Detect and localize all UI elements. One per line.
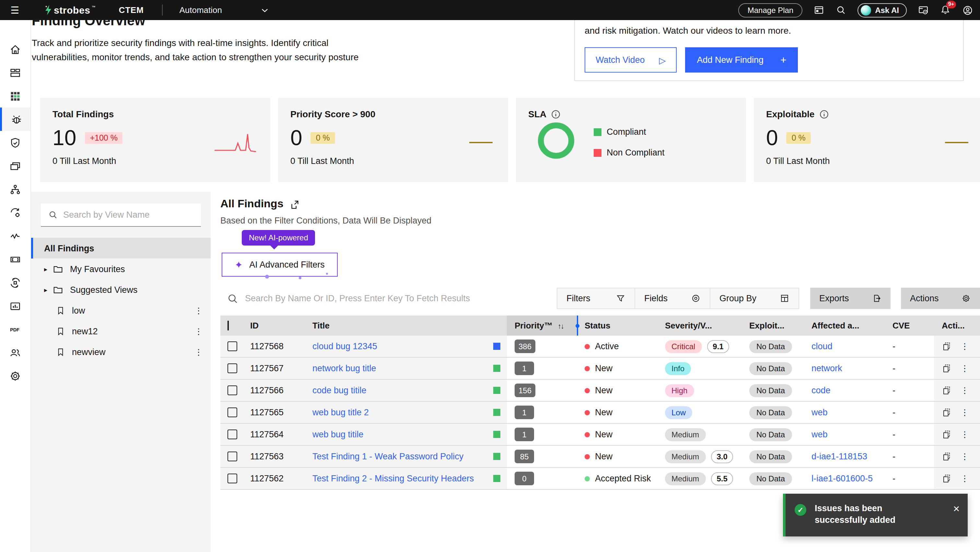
sidebar-item-bug[interactable] (0, 108, 30, 131)
panel-icon[interactable] (813, 5, 824, 16)
search-icon[interactable] (835, 5, 846, 16)
view-item[interactable]: new12 ⋮ (31, 321, 211, 341)
toast-close-icon[interactable]: ✕ (953, 504, 960, 536)
view-search-input[interactable] (63, 210, 193, 220)
copy-button[interactable] (942, 408, 951, 417)
ask-ai-button[interactable]: Ask AI (858, 3, 907, 17)
folder-item[interactable]: ▸ Suggested Views (31, 279, 211, 300)
col-severity[interactable]: Severity/V... (657, 321, 741, 330)
sidebar-item-users[interactable] (0, 341, 30, 364)
info-icon[interactable] (819, 109, 829, 119)
finding-title-link[interactable]: web bug titile (312, 430, 364, 439)
affected-asset-link[interactable]: web (811, 408, 828, 417)
affected-asset-link[interactable]: l-iae1-601600-5 (811, 474, 873, 483)
sort-icon[interactable]: ↑↓ (558, 322, 563, 330)
folder-item[interactable]: ▸ My Favourites (31, 259, 211, 279)
kebab-menu-icon[interactable]: ⋮ (194, 306, 203, 315)
sidebar-item-automation-sync[interactable] (0, 201, 30, 224)
expand-icon[interactable] (290, 199, 300, 209)
copy-button[interactable] (942, 363, 951, 373)
copy-button[interactable] (942, 385, 951, 395)
actions-button[interactable]: Actions (901, 288, 980, 309)
view-item[interactable]: newview ⋮ (31, 341, 211, 362)
sidebar-item-home[interactable] (0, 38, 30, 61)
sidebar-item-hierarchy[interactable] (0, 178, 30, 201)
sidebar-item-pdf[interactable]: PDF (0, 317, 30, 341)
filters-button[interactable]: Filters (557, 288, 635, 309)
view-item-all-findings[interactable]: All Findings (31, 238, 211, 259)
row-checkbox[interactable] (228, 408, 237, 417)
row-kebab-menu[interactable]: ⋮ (961, 474, 969, 483)
kebab-menu-icon[interactable]: ⋮ (194, 347, 203, 357)
exports-button[interactable]: Exports (810, 288, 891, 309)
ai-advanced-filters-button[interactable]: ✦ AI Advanced Filters (222, 253, 338, 277)
row-kebab-menu[interactable]: ⋮ (961, 430, 969, 439)
info-icon[interactable] (551, 109, 561, 119)
copy-button[interactable] (942, 341, 951, 351)
view-search-box[interactable] (41, 203, 201, 227)
kebab-menu-icon[interactable]: ⋮ (194, 326, 203, 336)
row-kebab-menu[interactable]: ⋮ (961, 341, 969, 351)
row-checkbox[interactable] (228, 474, 237, 483)
watch-video-button[interactable]: Watch Video ▷ (585, 47, 677, 73)
row-checkbox[interactable] (228, 385, 237, 395)
col-status[interactable]: Status (577, 321, 657, 330)
sidebar-item-report[interactable] (0, 294, 30, 317)
findings-search-box[interactable] (220, 293, 557, 303)
col-affected[interactable]: Affected a... (804, 321, 885, 330)
add-new-finding-button[interactable]: Add New Finding + (685, 47, 798, 73)
affected-asset-link[interactable]: cloud (811, 341, 832, 351)
finding-title-link[interactable]: cloud bug 12345 (312, 341, 377, 351)
copy-button[interactable] (942, 474, 951, 483)
affected-asset-link[interactable]: code (811, 385, 830, 395)
affected-asset-link[interactable]: d-iae1-118153 (811, 452, 867, 461)
col-title[interactable]: Title (305, 321, 507, 330)
chevron-down-icon[interactable] (261, 8, 268, 13)
finding-title-link[interactable]: network bug title (312, 363, 376, 373)
hamburger-menu-icon[interactable]: ☰ (6, 4, 23, 16)
col-priority[interactable]: Priority™ ↑↓ (507, 316, 577, 336)
bell-icon[interactable]: 9+ (940, 5, 951, 16)
module-selector-label[interactable]: Automation (179, 5, 222, 15)
col-actions[interactable]: Acti... (934, 321, 980, 330)
col-exploit[interactable]: Exploit... (741, 321, 804, 330)
row-kebab-menu[interactable]: ⋮ (961, 408, 969, 417)
copy-button[interactable] (942, 430, 951, 439)
row-checkbox[interactable] (228, 452, 237, 461)
row-checkbox[interactable] (228, 341, 237, 351)
col-id[interactable]: ID (242, 321, 305, 330)
sidebar-item-shield-check[interactable] (0, 131, 30, 154)
video-tutorial-icon[interactable] (918, 5, 929, 16)
select-all-checkbox[interactable] (228, 321, 229, 330)
fields-button[interactable]: Fields (635, 288, 710, 309)
finding-title-link[interactable]: code bug titile (312, 385, 366, 395)
row-kebab-menu[interactable]: ⋮ (961, 385, 969, 395)
affected-asset-link[interactable]: web (811, 430, 828, 439)
sidebar-item-asset-grid[interactable] (0, 84, 30, 108)
sidebar-item-dashboard[interactable] (0, 61, 30, 84)
sidebar-item-settings[interactable] (0, 364, 30, 387)
finding-title-link[interactable]: web bug title 2 (312, 408, 369, 417)
row-kebab-menu[interactable]: ⋮ (961, 452, 969, 461)
row-checkbox[interactable] (228, 363, 237, 373)
group-by-button[interactable]: Group By (710, 288, 799, 309)
finding-title-link[interactable]: Test Finding 2 - Missing Security Header… (312, 474, 474, 483)
sidebar-item-ai-agent[interactable] (0, 271, 30, 294)
column-resize-indicator[interactable] (577, 316, 578, 336)
row-checkbox[interactable] (228, 430, 237, 439)
caret-right-icon[interactable]: ▸ (44, 286, 47, 293)
sidebar-item-ticket[interactable] (0, 247, 30, 271)
sidebar-item-cards[interactable] (0, 154, 30, 178)
copy-button[interactable] (942, 452, 951, 461)
row-kebab-menu[interactable]: ⋮ (961, 363, 969, 373)
findings-search-input[interactable] (245, 293, 517, 303)
caret-right-icon[interactable]: ▸ (44, 265, 47, 273)
strobes-logo[interactable]: strobes ™ (44, 5, 95, 16)
sidebar-item-activity[interactable] (0, 224, 30, 247)
finding-title-link[interactable]: Test Finding 1 - Weak Password Policy (312, 452, 463, 461)
affected-asset-link[interactable]: network (811, 363, 842, 373)
account-icon[interactable] (962, 4, 974, 16)
view-item[interactable]: low ⋮ (31, 300, 211, 321)
col-cve[interactable]: CVE (885, 321, 934, 330)
manage-plan-button[interactable]: Manage Plan (738, 3, 802, 17)
